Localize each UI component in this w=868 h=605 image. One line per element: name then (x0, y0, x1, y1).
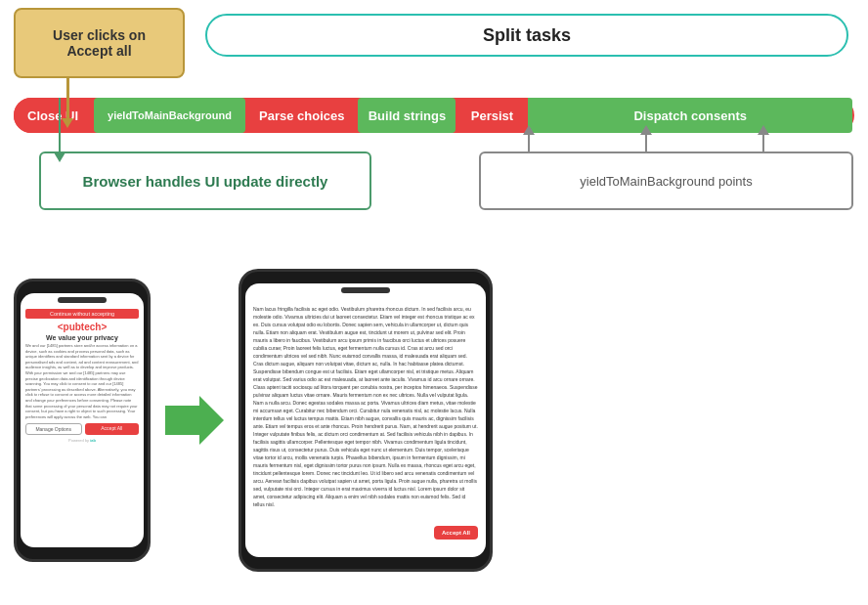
phone-notch-2 (341, 287, 390, 293)
consent-screen: Continue without accepting <pubtech> We … (21, 303, 144, 449)
browser-ui-box: Browser handles UI update directly (39, 151, 371, 210)
phone-screen-1: Continue without accepting <pubtech> We … (21, 293, 144, 547)
segment-parse-choices: Parse choices (247, 98, 356, 133)
yield-points-label: yieldToMainBackground points (580, 174, 752, 189)
yield-arrow-3 (762, 133, 764, 152)
segment-persist: Persist (457, 98, 526, 133)
phones-area: Continue without accepting <pubtech> We … (14, 254, 854, 586)
user-clicks-box: User clicks on Accept all (14, 8, 185, 78)
segment-close-ui: Close UI (14, 98, 92, 133)
accept-all-overlay[interactable]: Accept All (434, 526, 478, 540)
segment-yield-1: yieldToMainBackground (94, 98, 245, 133)
user-arrow-down (66, 76, 69, 120)
arrow-svg (165, 396, 224, 445)
consent-top-bar: Continue without accepting (25, 309, 139, 319)
user-clicks-label: User clicks on Accept all (53, 27, 146, 59)
consent-footer: Powered by iab (25, 438, 139, 443)
yield-arrow-2 (645, 133, 647, 152)
article-text: Nam lacus fringilla facilisis ac eget od… (245, 297, 486, 557)
segment-build-strings: Build strings (358, 98, 456, 133)
phone-1: Continue without accepting <pubtech> We … (14, 279, 151, 562)
split-tasks-label: Split tasks (483, 25, 571, 46)
browser-ui-label: Browser handles UI update directly (83, 173, 328, 190)
consent-body: We and our [1485] partners store and/or … (25, 343, 139, 419)
manage-options-button[interactable]: Manage Options (25, 423, 82, 435)
accept-all-button[interactable]: Accept All (85, 423, 140, 435)
pubtech-logo: <pubtech> (25, 322, 139, 332)
split-tasks-pill: Split tasks (205, 14, 848, 57)
phone-2: Nam lacus fringilla facilisis ac eget od… (239, 269, 493, 572)
pipeline-bar: Close UI yieldToMainBackground Parse cho… (14, 98, 854, 133)
diagram-area: User clicks on Accept all Split tasks Cl… (0, 0, 868, 274)
consent-buttons: Manage Options Accept All (25, 423, 139, 435)
svg-marker-0 (165, 396, 224, 445)
arrow-browser-ui (59, 98, 61, 154)
yield-points-box: yieldToMainBackground points (479, 151, 853, 210)
privacy-heading: We value your privacy (25, 334, 139, 341)
phone-screen-2: Nam lacus fringilla facilisis ac eget od… (245, 283, 486, 557)
yield-arrow-1 (528, 133, 530, 152)
segment-dispatch-consents: Dispatch consents (528, 98, 852, 133)
transition-arrow (160, 396, 229, 445)
